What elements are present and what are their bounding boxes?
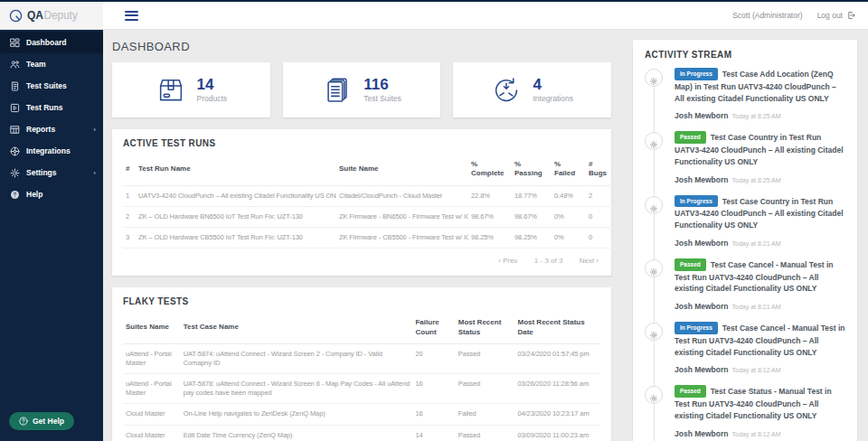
qadeputy-logo-icon [9, 9, 23, 23]
status-badge: Passed [675, 131, 706, 144]
activity-marker [645, 323, 663, 341]
table-cell: 98.25% [468, 228, 512, 249]
table-row: 2ZK – OLD Hardware BN6500 IoT Test Run F… [123, 206, 613, 227]
table-cell: Cloud Master [123, 404, 181, 425]
column-header: # [123, 154, 136, 185]
reports-icon [10, 125, 20, 135]
sidebar-nav: DashboardTeamTest SuitesTest RunsReports… [0, 30, 103, 441]
activity-text[interactable]: PassedTest Case Country in Test Run UATV… [675, 132, 845, 167]
activity-text[interactable]: In ProgressTest Case Country in Test Run… [675, 196, 845, 231]
stat-card-text: 4Integrations [533, 77, 572, 103]
sidebar-item-settings[interactable]: Settings› [0, 162, 103, 183]
user-menu[interactable]: Scott (Administrator) [732, 11, 802, 20]
sidebar-item-team[interactable]: Team [0, 53, 103, 75]
table-cell: Failed [456, 404, 515, 425]
menu-toggle-icon[interactable] [125, 8, 138, 23]
dashboard-icon [10, 38, 20, 48]
activity-stream-panel: ACTIVITY STREAM In ProgressTest Case Add… [633, 40, 857, 441]
logout-button[interactable]: Log out [817, 11, 855, 20]
flaky-tests-table: Suites NameTest Case NameFailure CountMo… [123, 312, 600, 441]
sidebar-item-test-suites[interactable]: Test Suites [0, 75, 103, 97]
sidebar-item-label: Reports [26, 125, 55, 134]
table-row: Cloud MasterOn-Line Help navigates to Ze… [123, 404, 600, 425]
activity-timestamp: Today at 8:12 AM [732, 367, 781, 373]
question-circle-icon [19, 417, 28, 426]
gear-icon [649, 136, 658, 145]
table-cell: UATV3-4240 CloudPunch – All existing Cit… [136, 185, 336, 206]
activity-text[interactable]: PassedTest Case Cancel - Manual Test in … [675, 259, 845, 295]
activity-user[interactable]: Josh Mewborn [675, 239, 729, 248]
activity-user[interactable]: Josh Mewborn [675, 429, 729, 438]
brand-qa: QA [27, 9, 43, 22]
activity-text[interactable]: PassedTest Case Status - Manual Test in … [675, 386, 845, 421]
stat-card-test-suites[interactable]: 116Test Suites [283, 62, 441, 117]
stat-card-text: 116Test Suites [363, 77, 401, 103]
activity-user[interactable]: Josh Mewborn [675, 365, 729, 374]
sidebar-item-label: Settings [26, 168, 57, 177]
table-cell: ZK – OLD Hardware BN6500 IoT Test Run Fi… [136, 206, 336, 227]
table-row: uAttend - Portal MasterUAT-5874: uAttend… [123, 343, 600, 373]
sidebar-item-integrations[interactable]: Integrations [0, 140, 103, 162]
table-head: Suites NameTest Case NameFailure CountMo… [123, 312, 600, 343]
pagination-prev-button[interactable]: ‹ Prev [498, 257, 517, 265]
gear-icon [649, 327, 658, 336]
table-cell: 2 [123, 206, 136, 227]
activity-marker [645, 386, 663, 404]
table-cell: 0.48% [552, 185, 586, 206]
table-cell: Passed [456, 343, 515, 373]
table-row: Cloud MasterEdit Date Time Currency (Zen… [123, 425, 600, 441]
table-cell: On-Line Help navigates to ZenDesk (ZenQ … [181, 404, 413, 425]
column-header: Suites Name [123, 312, 181, 343]
header-main: Scott (Administrator) Log out [103, 2, 868, 29]
sidebar-item-label: Dashboard [26, 38, 66, 47]
pagination-info: 1 - 3 of 3 [534, 257, 563, 265]
get-help-button[interactable]: Get Help [9, 412, 74, 430]
table-cell: uAttend - Portal Master [123, 343, 181, 373]
table-row: uAttend - Portal MasterUAT-5878: uAttend… [123, 374, 600, 404]
activity-list: In ProgressTest Case Add Location (ZenQ … [645, 69, 845, 441]
stat-value: 4 [533, 77, 572, 94]
table-cell: 0% [552, 206, 586, 227]
column-header: % Complete [468, 154, 512, 185]
sidebar-item-help[interactable]: Help [0, 183, 103, 205]
table-cell: ZK – OLD Hardware CB5500 IoT Test Run Fi… [136, 228, 336, 249]
activity-user[interactable]: Josh Mewborn [675, 111, 729, 120]
activity-text[interactable]: In ProgressTest Case Cancel - Manual Tes… [675, 323, 845, 358]
activity-marker [645, 132, 663, 150]
activity-text[interactable]: In ProgressTest Case Add Location (ZenQ … [675, 69, 845, 104]
stat-card-integrations[interactable]: 4Integrations [453, 62, 611, 117]
activity-byline: Josh MewbornToday at 8:25 AM [675, 106, 845, 122]
suites-stack-icon [322, 75, 353, 106]
table-header-row: #Test Run NameSuite Name% Complete% Pass… [123, 154, 613, 185]
sidebar-item-dashboard[interactable]: Dashboard [0, 32, 103, 53]
table-cell: 04/23/2020 10:23:17 am [514, 404, 600, 425]
sidebar-item-test-runs[interactable]: Test Runs [0, 97, 103, 118]
integration-sync-icon [491, 75, 522, 106]
brand-logo[interactable]: QA Deputy [0, 2, 103, 29]
status-badge: In Progress [675, 68, 718, 80]
activity-stream-title: ACTIVITY STREAM [645, 50, 845, 60]
stat-cards-row: 14Products116Test Suites4Integrations [112, 62, 611, 117]
stat-card-products[interactable]: 14Products [112, 62, 270, 117]
status-badge: Passed [675, 385, 706, 398]
table-cell: ZK Firmware - CB5500 - Firmware Test w/ … [336, 228, 468, 249]
team-icon [10, 60, 20, 70]
activity-user[interactable]: Josh Mewborn [675, 302, 729, 311]
table-cell: Passed [456, 425, 515, 441]
pagination-next-button[interactable]: Next › [580, 257, 599, 265]
column-header: Most Recent Status [456, 312, 515, 343]
table-cell: 20 [412, 343, 455, 373]
sidebar-item-reports[interactable]: Reports› [0, 118, 103, 140]
table-header-row: Suites NameTest Case NameFailure CountMo… [123, 312, 600, 343]
activity-timestamp: Today at 8:21 AM [732, 240, 781, 247]
activity-timestamp: Today at 8:25 AM [732, 113, 781, 119]
table-cell: 1 [123, 185, 136, 206]
gear-icon [649, 201, 658, 210]
logout-icon [846, 11, 855, 20]
activity-user[interactable]: Josh Mewborn [675, 175, 729, 184]
table-cell: 0% [552, 228, 586, 249]
gear-icon [649, 73, 658, 82]
chevron-right-icon: › [93, 169, 96, 177]
sidebar-item-label: Help [26, 190, 42, 199]
activity-item: In ProgressTest Case Add Location (ZenQ … [645, 69, 845, 122]
